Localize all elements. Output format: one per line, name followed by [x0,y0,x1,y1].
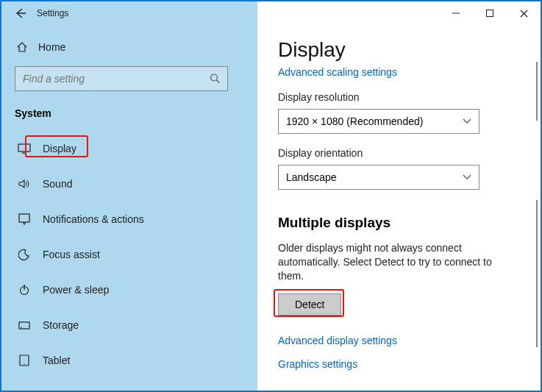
detect-button[interactable]: Detect [278,293,341,316]
sidebar-item-notifications[interactable]: Notifications & actions [1,204,257,234]
resolution-label: Display resolution [278,91,520,103]
tablet-icon [18,354,31,366]
category-label: System [1,100,257,122]
svg-line-3 [217,80,220,83]
svg-rect-4 [18,144,30,152]
scrollbar-upper[interactable] [536,62,538,121]
notifications-icon [18,213,31,225]
sidebar-item-label: Storage [43,319,79,331]
home-nav[interactable]: Home [1,35,257,59]
sidebar-item-display[interactable]: Display [1,134,257,163]
sidebar-item-label: Focus assist [43,249,100,260]
svg-rect-6 [19,214,29,222]
app-title: Settings [37,8,68,18]
sidebar-item-label: Tablet [43,354,70,366]
display-icon [18,143,31,154]
advanced-scaling-link[interactable]: Advanced scaling settings [278,66,520,78]
svg-point-10 [21,327,22,328]
sidebar-item-label: Sound [43,178,72,190]
sidebar-item-power-sleep[interactable]: Power & sleep [1,275,257,304]
page-title: Display [278,38,520,62]
svg-rect-1 [487,10,493,17]
minimize-button[interactable] [439,1,473,25]
sidebar-item-label: Notifications & actions [43,213,144,225]
home-label: Home [38,41,65,53]
resolution-value: 1920 × 1080 (Recommended) [286,115,423,127]
window-controls [257,1,541,25]
maximize-button[interactable] [473,1,507,25]
titlebar: Settings [1,1,541,25]
sidebar-item-storage[interactable]: Storage [1,310,257,340]
sidebar-item-tablet[interactable]: Tablet [1,346,257,375]
orientation-label: Display orientation [278,147,520,159]
multiple-displays-description: Older displays might not always connect … [278,241,520,283]
settings-window: Settings Home [0,0,542,392]
sound-icon [18,179,31,189]
svg-point-12 [24,363,25,365]
chevron-down-icon [463,174,471,180]
sidebar-item-label: Display [43,143,76,154]
chevron-down-icon [463,118,471,124]
graphics-settings-link[interactable]: Graphics settings [278,358,520,370]
svg-point-2 [211,74,218,81]
resolution-select[interactable]: 1920 × 1080 (Recommended) [278,109,479,134]
multiple-displays-heading: Multiple displays [278,215,520,231]
sidebar-item-focus-assist[interactable]: Focus assist [1,240,257,269]
nav-list: Display Sound Notifications & actions [1,134,257,375]
back-icon[interactable] [15,7,26,19]
search-input[interactable] [15,66,228,91]
sidebar-item-sound[interactable]: Sound [1,169,257,199]
storage-icon [18,319,31,331]
scrollbar-lower[interactable] [536,200,538,347]
search-icon[interactable] [210,74,221,85]
home-icon [16,41,28,53]
main-content: Display Advanced scaling settings Displa… [257,25,541,391]
svg-rect-9 [19,322,29,329]
orientation-select[interactable]: Landscape [278,165,479,190]
advanced-display-link[interactable]: Advanced display settings [278,335,520,346]
orientation-value: Landscape [286,171,337,183]
power-icon [18,284,31,296]
sidebar-item-label: Power & sleep [43,284,109,296]
close-button[interactable] [507,1,541,25]
sidebar: Home System Display [1,25,257,391]
focus-assist-icon [18,249,31,260]
